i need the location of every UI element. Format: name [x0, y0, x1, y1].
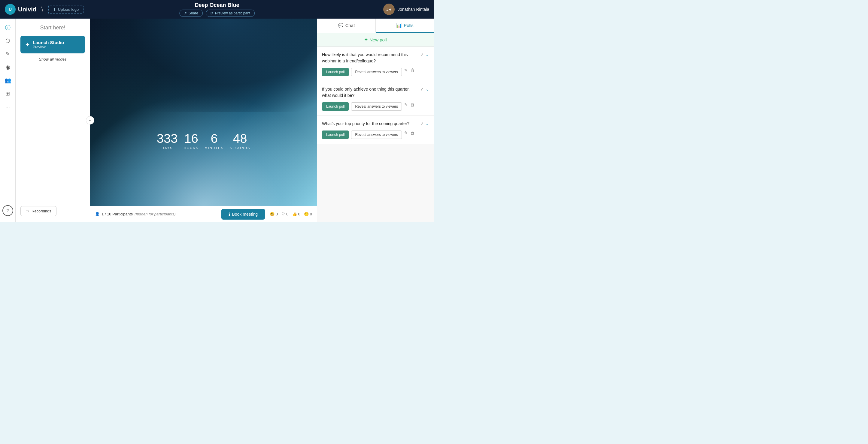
reactions-bar: 😀 0 ♡ 0 👍 0 😶 0 [270, 212, 312, 216]
poll-2-external-link-icon[interactable]: ⤢ [420, 87, 424, 92]
avatar: JR [383, 4, 395, 15]
heart-icon: ♡ [281, 212, 285, 216]
poll-2-reveal-button[interactable]: Reveal answers to viewers [351, 102, 402, 111]
logo: U Univid [5, 4, 36, 15]
main-container: ⓘ ⬡ ✎ ◉ 👥 ⊞ ··· ? Start here! ✦ [0, 19, 434, 222]
poll-3-edit-icon[interactable]: ✎ [404, 131, 408, 139]
poll-2-question: If you could only achieve one thing this… [322, 86, 418, 99]
tab-chat[interactable]: 💬 Chat [317, 19, 376, 33]
polls-tab-label: Polls [404, 23, 413, 28]
collapse-icon: ↔ [88, 118, 92, 123]
poll-3-external-link-icon[interactable]: ⤢ [420, 121, 424, 126]
right-panel-tabs: 💬 Chat 📊 Polls [317, 19, 434, 33]
preview-as-participant-button[interactable]: ⇄ Preview as participant [206, 10, 255, 17]
sidebar-item-more[interactable]: ··· [2, 101, 13, 112]
sidebar-item-fingerprint[interactable]: ◉ [2, 62, 13, 73]
user-name: Jonathan Rintala [398, 7, 429, 12]
palette-icon: ⬡ [5, 37, 10, 44]
header-actions: ↗ Share ⇄ Preview as participant [179, 10, 255, 17]
poll-3-expand-icon[interactable]: ⌄ [426, 121, 429, 126]
book-meeting-label: Book meeting [232, 212, 258, 216]
countdown-minutes: 6 MINUTES [205, 132, 224, 150]
help-icon: ? [7, 208, 9, 213]
sidebar: ⓘ ⬡ ✎ ◉ 👥 ⊞ ··· ? [0, 19, 16, 222]
sidebar-help-button[interactable]: ? [2, 205, 13, 216]
neutral-icon: 😶 [304, 212, 309, 216]
layers-icon: ⊞ [5, 90, 10, 97]
countdown-days-label: DAYS [162, 146, 173, 150]
countdown-hours: 16 HOURS [184, 132, 199, 150]
sidebar-item-layers[interactable]: ⊞ [2, 88, 13, 99]
sidebar-item-pen[interactable]: ✎ [2, 48, 13, 59]
poll-1-question: How likely is it that you would recommen… [322, 52, 418, 64]
countdown-timer: 333 DAYS 16 HOURS 6 MINUTES 48 [157, 132, 250, 150]
poll-item-2: If you could only achieve one thing this… [317, 81, 434, 116]
pen-icon: ✎ [5, 51, 10, 57]
show-all-modes-link[interactable]: Show all modes [21, 57, 85, 62]
share-label: Share [189, 11, 198, 15]
share-button[interactable]: ↗ Share [179, 10, 203, 17]
poll-3-question: What's your top priority for the coming … [322, 121, 418, 127]
poll-1-expand-icon[interactable]: ⌄ [426, 52, 429, 57]
logo-text: Univid [18, 6, 36, 13]
bottom-bar: 👤 1 / 10 Participants (hidden for partic… [90, 206, 317, 222]
heart-count: 0 [286, 212, 288, 216]
recordings-label: Recordings [32, 209, 51, 213]
recordings-icon: ▭ [26, 209, 29, 213]
poll-2-expand-icon[interactable]: ⌄ [426, 87, 429, 92]
poll-1-reveal-button[interactable]: Reveal answers to viewers [351, 68, 402, 76]
recordings-button[interactable]: ▭ Recordings [21, 206, 57, 216]
sidebar-item-info[interactable]: ⓘ [2, 22, 13, 33]
poll-1-buttons: Launch poll Reveal answers to viewers ✎ … [322, 68, 429, 76]
center-area: Start here! ✦ Launch Studio Preview Show… [16, 19, 317, 222]
header-left: U Univid \ ⬆ Upload logo [5, 4, 84, 15]
people-icon: 👥 [4, 77, 11, 84]
logo-icon: U [5, 4, 16, 15]
smile-icon: 😀 [270, 212, 275, 216]
poll-1-delete-icon[interactable]: 🗑 [410, 68, 414, 76]
upload-logo-label: Upload logo [58, 7, 79, 12]
poll-1-edit-icon[interactable]: ✎ [404, 68, 408, 76]
header-center: Deep Ocean Blue ↗ Share ⇄ Preview as par… [179, 2, 255, 17]
poll-2-edit-icon[interactable]: ✎ [404, 102, 408, 111]
new-poll-label: New poll [369, 37, 387, 42]
new-poll-button[interactable]: + New poll [317, 33, 434, 47]
tab-polls[interactable]: 📊 Polls [376, 19, 434, 33]
reaction-heart[interactable]: ♡ 0 [281, 212, 288, 216]
upload-logo-button[interactable]: ⬆ Upload logo [48, 5, 84, 14]
polls-tab-icon: 📊 [396, 23, 402, 28]
header: U Univid \ ⬆ Upload logo Deep Ocean Blue… [0, 0, 434, 19]
book-meeting-button[interactable]: ℹ Book meeting [221, 209, 265, 219]
poll-1-external-link-icon[interactable]: ⤢ [420, 52, 424, 57]
info-icon: ⓘ [5, 24, 10, 31]
collapse-panel-button[interactable]: ↔ [86, 116, 94, 125]
participants-note: (hidden for participants) [134, 212, 176, 216]
countdown-minutes-label: MINUTES [205, 146, 224, 150]
launch-studio-preview-button[interactable]: ✦ Launch Studio Preview [21, 36, 85, 54]
video-background: 333 DAYS 16 HOURS 6 MINUTES 48 [90, 19, 317, 206]
countdown-days: 333 DAYS [157, 132, 178, 150]
sidebar-item-people[interactable]: 👥 [2, 75, 13, 86]
poll-1-launch-button[interactable]: Launch poll [322, 68, 349, 76]
chat-tab-icon: 💬 [338, 23, 344, 28]
poll-3-reveal-button[interactable]: Reveal answers to viewers [351, 131, 402, 139]
poll-3-delete-icon[interactable]: 🗑 [410, 131, 414, 139]
participants-icon: 👤 [95, 212, 100, 216]
studio-icon: ✦ [25, 41, 30, 48]
poll-1-question-row: How likely is it that you would recommen… [322, 52, 429, 68]
logo-separator: \ [41, 5, 43, 13]
reaction-thumbsup[interactable]: 👍 0 [292, 212, 300, 216]
poll-3-launch-button[interactable]: Launch poll [322, 131, 349, 139]
sidebar-item-palette[interactable]: ⬡ [2, 35, 13, 46]
reaction-neutral[interactable]: 😶 0 [304, 212, 312, 216]
poll-2-launch-button[interactable]: Launch poll [322, 102, 349, 111]
page-title: Deep Ocean Blue [179, 2, 255, 8]
reaction-smile[interactable]: 😀 0 [270, 212, 278, 216]
participants-info: 👤 1 / 10 Participants (hidden for partic… [95, 212, 219, 216]
preview-icon: ⇄ [210, 11, 213, 15]
poll-2-delete-icon[interactable]: 🗑 [410, 102, 414, 111]
poll-1-actions: ⤢ ⌄ [420, 52, 429, 57]
launch-sub-text: Preview [33, 45, 45, 49]
preview-label: Preview as participant [215, 11, 250, 15]
poll-2-question-row: If you could only achieve one thing this… [322, 86, 429, 102]
